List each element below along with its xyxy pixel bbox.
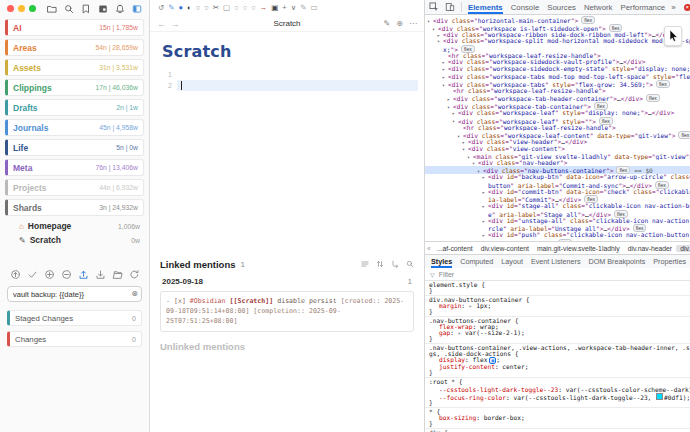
plus-icon[interactable]: + bbox=[282, 4, 286, 12]
commit-and-sync-button[interactable] bbox=[9, 268, 21, 280]
commit-button[interactable] bbox=[26, 268, 38, 280]
device-toolbar-icon[interactable] bbox=[445, 2, 455, 12]
open-folder-button[interactable] bbox=[111, 268, 123, 280]
dom-tree-node[interactable]: ▸<div class="workspace-leaf" style="disp… bbox=[425, 110, 690, 116]
dom-tree-node[interactable]: ▾<div class="workspace-split mod-horizon… bbox=[425, 38, 690, 52]
box-icon[interactable]: ▣ bbox=[271, 4, 278, 12]
pencil-icon[interactable]: ✎ bbox=[168, 4, 174, 12]
styles-tab-dom-breakpoints[interactable]: DOM Breakpoints bbox=[589, 257, 646, 266]
close-window-button[interactable] bbox=[7, 5, 14, 12]
circle-icon-1[interactable]: ○ bbox=[196, 4, 201, 12]
inspect-element-icon[interactable] bbox=[429, 2, 439, 12]
color-swatch[interactable] bbox=[656, 393, 663, 400]
flex-badge[interactable]: flex bbox=[633, 224, 647, 232]
dom-tree-node[interactable]: ▾<div class="workspace-leaf" style="">fl… bbox=[425, 117, 690, 125]
file-row[interactable]: ⌂Homepage1,006w bbox=[5, 219, 144, 233]
flex-badge[interactable]: flex bbox=[609, 24, 623, 32]
flex-badge[interactable]: flex bbox=[614, 210, 628, 218]
devtools-tab-performance[interactable]: Performance bbox=[621, 1, 666, 14]
breadcrumb-item[interactable]: div.nav-header bbox=[624, 245, 676, 252]
styles-tab-layout[interactable]: Layout bbox=[501, 257, 523, 266]
css-rule[interactable]: app.css:1796:root * {--csstools-light-da… bbox=[425, 378, 690, 408]
more-options-icon[interactable]: ⋯ bbox=[409, 19, 417, 28]
dom-tree-node[interactable]: ▾<div class="workspace-leaf-content" dat… bbox=[425, 131, 690, 139]
folder-row[interactable]: Projects44n | 6,932w bbox=[5, 179, 144, 196]
pencil2-icon[interactable]: ✎ bbox=[300, 4, 306, 12]
unlinked-mentions-title[interactable]: Unlinked mentions bbox=[160, 341, 414, 352]
arrow-icon[interactable]: → bbox=[260, 4, 268, 12]
search-icon[interactable] bbox=[64, 4, 74, 14]
edit-mode-icon[interactable]: ✎ bbox=[384, 19, 391, 28]
dom-tree-node[interactable]: ▸<div id="commit-btn" data-icon="check" … bbox=[425, 189, 690, 203]
css-rule[interactable]: app.css:8036.nav-buttons-container {flex… bbox=[425, 317, 690, 344]
new-tab-icon[interactable]: ⊕ bbox=[396, 19, 403, 28]
push-button[interactable] bbox=[77, 268, 89, 280]
flex-badge[interactable]: flex bbox=[656, 80, 670, 88]
error-badge[interactable]: × 20 bbox=[684, 4, 690, 11]
flex-badge[interactable]: flex bbox=[599, 117, 613, 125]
folder-row[interactable]: AI15n | 1,785w bbox=[5, 19, 144, 36]
circle-icon-5[interactable]: ○ bbox=[251, 4, 256, 12]
mention-group-row[interactable]: 2025-09-18 1 bbox=[162, 277, 412, 286]
flex-badge[interactable]: flex bbox=[581, 16, 595, 24]
bookmarks-icon[interactable] bbox=[81, 4, 91, 14]
folder-row[interactable]: Journals45n | 4,958w bbox=[5, 119, 144, 136]
css-rule[interactable]: app.css:3033* {box-sizing: border-box;} bbox=[425, 408, 690, 429]
css-rule[interactable]: <style>div.nav-buttons-container {margin… bbox=[425, 296, 690, 317]
circle-icon-4[interactable]: ○ bbox=[243, 4, 248, 12]
styles-tab-styles[interactable]: Styles bbox=[431, 255, 452, 268]
dom-tree-node[interactable]: ▾<div class="workspace-tabs" style="flex… bbox=[425, 80, 690, 88]
styles-tab-computed[interactable]: Computed bbox=[460, 257, 493, 266]
dom-tree-node[interactable]: ▸<div id="stage-all" class="clickable-ic… bbox=[425, 203, 690, 217]
css-declaration[interactable]: --csstools-light-dark-toggle--23: var(--… bbox=[429, 385, 690, 393]
dom-tree-node[interactable]: ▾<div class="workspace-tab-container">fl… bbox=[425, 102, 690, 110]
editor-line[interactable]: 2 bbox=[160, 80, 424, 91]
show-context-icon[interactable] bbox=[391, 260, 399, 270]
minimize-window-button[interactable] bbox=[18, 5, 25, 12]
folder-row[interactable]: Shards3n | 24,932w bbox=[5, 199, 144, 216]
flex-badge[interactable]: flex bbox=[655, 181, 669, 189]
record-icon[interactable]: ● bbox=[179, 4, 184, 12]
dom-tree-node[interactable]: ▸<div class="workspace-tab-header-contai… bbox=[425, 94, 690, 102]
note-editor[interactable]: Scratch 12 bbox=[150, 32, 424, 259]
styles-tab-event-listeners[interactable]: Event Listeners bbox=[531, 257, 581, 266]
flex-badge[interactable]: flex bbox=[646, 94, 660, 102]
folder-row[interactable]: Areas54n | 28,659w bbox=[5, 39, 144, 56]
folder-row[interactable]: Drafts2n | 1w bbox=[5, 99, 144, 116]
dom-tree-node[interactable]: ▾<div class="horizontal-main-container">… bbox=[425, 16, 690, 24]
flex-badge[interactable]: flex bbox=[594, 102, 608, 110]
dom-tree-node[interactable]: ▾<div class="nav-buttons-container">flex… bbox=[425, 166, 690, 174]
devtools-tab-network[interactable]: Network bbox=[584, 1, 613, 14]
css-rule[interactable]: app.css:8095.nav-buttons-container, .vie… bbox=[425, 344, 690, 378]
mention-result[interactable]: - [x] #Obsidian [[Scratch]] disable pers… bbox=[160, 291, 414, 332]
scissors-icon[interactable]: ✂ bbox=[213, 4, 219, 12]
dom-tree-node[interactable]: ▾<div class="workspace is-left-sidedock-… bbox=[425, 24, 690, 32]
unstage-all-button[interactable] bbox=[60, 268, 72, 280]
devtools-tab-elements[interactable]: Elements bbox=[468, 1, 503, 14]
devtools-tab-sources[interactable]: Sources bbox=[547, 1, 576, 14]
folder-row[interactable]: Meta76n | 13,406w bbox=[5, 159, 144, 176]
css-declaration[interactable]: --focus-ring-color: var(--csstools-light… bbox=[429, 393, 690, 401]
toggle-sidebar-icon[interactable] bbox=[132, 4, 142, 14]
flex-badge[interactable]: flex bbox=[678, 131, 690, 139]
folder-row[interactable]: Clippings17n | 46,036w bbox=[5, 79, 144, 96]
breadcrumb-scroll-icon[interactable]: « bbox=[425, 245, 433, 252]
search-icon[interactable] bbox=[406, 260, 414, 270]
css-rule[interactable]: element.style {} bbox=[425, 281, 690, 296]
undo-icon[interactable]: ↺ bbox=[158, 4, 164, 12]
files-icon[interactable] bbox=[47, 4, 57, 14]
devtools-tab-console[interactable]: Console bbox=[511, 1, 540, 14]
dom-tree-node[interactable]: ▸<div id="unstage-all" class="clickable-… bbox=[425, 218, 690, 232]
frame-icon[interactable]: ▭ bbox=[310, 4, 317, 12]
git-section-row[interactable]: Staged Changes0 bbox=[7, 310, 142, 326]
dom-tree-node[interactable]: ▸<div class="workspace-tabs mod-top mod-… bbox=[425, 72, 690, 80]
breadcrumb-item[interactable]: main.git-view.svelte-1ladhly bbox=[533, 245, 624, 252]
filter-placeholder[interactable]: Filter bbox=[439, 271, 455, 278]
circle-icon-3[interactable]: ○ bbox=[234, 4, 239, 12]
stage-all-button[interactable] bbox=[43, 268, 55, 280]
breadcrumb-item[interactable]: ...af-content bbox=[433, 245, 477, 252]
circle-icon-2[interactable]: ○ bbox=[204, 4, 209, 12]
breadcrumb-item[interactable]: div.nav-buttons-container bbox=[676, 245, 690, 252]
refresh-button[interactable] bbox=[128, 268, 140, 280]
breadcrumb-item[interactable]: div.view-content bbox=[477, 245, 533, 252]
